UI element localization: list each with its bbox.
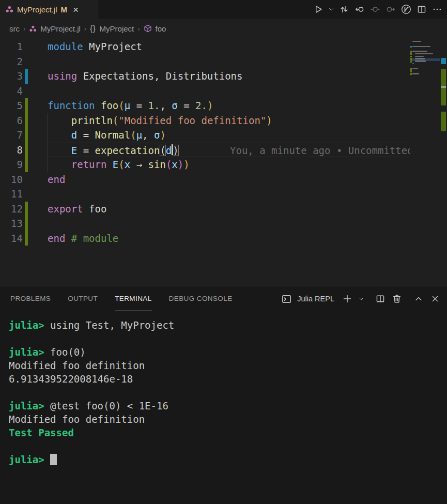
bottom-panel: PROBLEMS OUTPUT TERMINAL DEBUG CONSOLE J… bbox=[0, 286, 447, 504]
close-tab-icon[interactable]: × bbox=[73, 5, 79, 14]
code-token bbox=[95, 100, 101, 111]
close-panel-icon[interactable] bbox=[428, 292, 442, 306]
code-token: x bbox=[172, 159, 177, 170]
previous-change-icon[interactable] bbox=[353, 3, 366, 16]
minimap-line bbox=[410, 68, 440, 69]
tab-output[interactable]: OUTPUT bbox=[68, 286, 98, 311]
tab-debug-console[interactable]: DEBUG CONSOLE bbox=[169, 286, 233, 311]
chevron-right-icon: › bbox=[137, 25, 140, 33]
breadcrumb-symbol[interactable]: foo bbox=[156, 24, 166, 33]
terminal-dropdown-chevron-icon[interactable] bbox=[357, 292, 365, 306]
code-token: ) bbox=[266, 115, 272, 126]
terminal-output[interactable]: julia> using Test, MyProject julia> foo(… bbox=[0, 311, 447, 466]
code-line[interactable]: end # module bbox=[48, 231, 410, 246]
code-token: , bbox=[142, 129, 154, 141]
run-dropdown-chevron-icon[interactable] bbox=[327, 3, 335, 16]
minimap-line bbox=[410, 53, 440, 54]
tab-terminal[interactable]: TERMINAL bbox=[115, 286, 151, 311]
terminal-actions: Julia REPL bbox=[280, 286, 442, 311]
more-actions-icon[interactable] bbox=[430, 3, 444, 16]
breadcrumb-file[interactable]: MyProject.jl bbox=[40, 24, 81, 33]
indent-guide bbox=[48, 113, 48, 172]
terminal-text: foo(0) bbox=[50, 346, 86, 358]
code-line[interactable]: E = expectation(d)You, a minute ago • Un… bbox=[48, 143, 410, 158]
code-token: "Modified foo definition" bbox=[118, 115, 266, 126]
tab-problems[interactable]: PROBLEMS bbox=[10, 286, 51, 311]
code-line[interactable]: module MyProject bbox=[48, 39, 410, 54]
breadcrumb-module[interactable]: MyProject bbox=[100, 24, 134, 33]
git-added-gutter-bar bbox=[25, 202, 28, 217]
code-line[interactable] bbox=[48, 187, 410, 202]
line-number: 1 bbox=[0, 39, 31, 54]
code-token: # module bbox=[71, 233, 119, 244]
git-added-gutter-bar bbox=[25, 231, 28, 246]
editor-actions bbox=[312, 0, 444, 19]
terminal-icon bbox=[280, 292, 293, 306]
code-line[interactable]: println("Modified foo definition") bbox=[48, 113, 410, 128]
terminal-text: julia> bbox=[9, 454, 50, 465]
terminal-line: Test Passed bbox=[9, 426, 447, 439]
code-token: ( bbox=[166, 159, 172, 170]
kill-terminal-trash-icon[interactable] bbox=[390, 292, 404, 306]
terminal-text: Modified foo definition bbox=[9, 414, 145, 425]
split-terminal-icon[interactable] bbox=[374, 292, 387, 306]
active-terminal-label[interactable]: Julia REPL bbox=[297, 295, 334, 303]
git-added-gutter-bar bbox=[25, 98, 28, 113]
minimap-line bbox=[410, 43, 440, 44]
code-token: ) bbox=[173, 145, 178, 156]
panel-header: PROBLEMS OUTPUT TERMINAL DEBUG CONSOLE J… bbox=[0, 286, 447, 311]
code-token: 2. bbox=[195, 100, 207, 111]
code-editor[interactable]: 1234567891011121314 module MyProjectusin… bbox=[0, 38, 447, 286]
line-number: 12 bbox=[0, 202, 31, 217]
current-change-icon[interactable] bbox=[368, 3, 382, 16]
terminal-cursor bbox=[50, 454, 57, 465]
git-added-gutter-bar bbox=[25, 113, 28, 128]
maximize-panel-chevron-up-icon[interactable] bbox=[412, 292, 425, 306]
breadcrumb-src[interactable]: src bbox=[9, 24, 20, 33]
code-token: = bbox=[178, 100, 195, 111]
code-line[interactable]: function foo(μ = 1., σ = 2.) bbox=[48, 98, 410, 113]
code-line[interactable]: d = Normal(μ, σ) bbox=[48, 128, 410, 143]
code-line[interactable]: end bbox=[48, 172, 410, 187]
new-terminal-plus-icon[interactable] bbox=[341, 292, 354, 306]
overview-ruler-mark bbox=[441, 112, 446, 131]
editor-tab-myproject[interactable]: MyProject.jl M × bbox=[0, 0, 98, 19]
tab-title: MyProject.jl bbox=[17, 5, 57, 14]
code-token: ( bbox=[160, 145, 165, 156]
code-line[interactable]: return E(x → sin(x)) bbox=[48, 157, 410, 172]
terminal-text: 6.913439522008146e-18 bbox=[9, 373, 133, 385]
code-line[interactable]: using Expectations, Distributions bbox=[48, 69, 410, 84]
code-token bbox=[48, 129, 71, 141]
code-token bbox=[65, 233, 71, 244]
julia-file-icon bbox=[5, 5, 13, 13]
commit-graph-icon[interactable] bbox=[399, 3, 413, 16]
next-change-icon[interactable] bbox=[384, 3, 397, 16]
code-token: E bbox=[113, 159, 118, 170]
code-token: function bbox=[48, 100, 95, 111]
code-token: ) bbox=[183, 159, 189, 170]
git-modified-gutter-bar bbox=[25, 69, 28, 84]
minimap-line bbox=[410, 60, 440, 62]
code-token: MyProject bbox=[83, 41, 142, 52]
code-line[interactable] bbox=[48, 216, 410, 231]
code-token: ( bbox=[130, 129, 136, 141]
minimap-line bbox=[410, 58, 440, 59]
code-line[interactable]: export foo bbox=[48, 202, 410, 217]
line-number: 10 bbox=[0, 172, 31, 187]
code-token: export bbox=[48, 203, 83, 215]
code-token: = bbox=[130, 100, 148, 111]
code-line[interactable] bbox=[48, 84, 410, 99]
code-line[interactable] bbox=[48, 54, 410, 69]
code-token: end bbox=[48, 174, 65, 185]
minimap[interactable] bbox=[410, 38, 440, 286]
run-icon[interactable] bbox=[312, 3, 325, 16]
line-number: 7 bbox=[0, 128, 31, 143]
code-token: μ bbox=[136, 129, 142, 141]
code-token bbox=[48, 159, 71, 170]
compare-changes-icon[interactable] bbox=[337, 3, 351, 16]
breadcrumb: src › MyProject.jl › {} MyProject › foo bbox=[0, 19, 447, 38]
minimap-line bbox=[410, 41, 440, 42]
symbol-method-cube-icon bbox=[144, 24, 152, 33]
code-lines[interactable]: module MyProjectusing Expectations, Dist… bbox=[31, 38, 410, 286]
split-editor-icon[interactable] bbox=[415, 3, 428, 16]
